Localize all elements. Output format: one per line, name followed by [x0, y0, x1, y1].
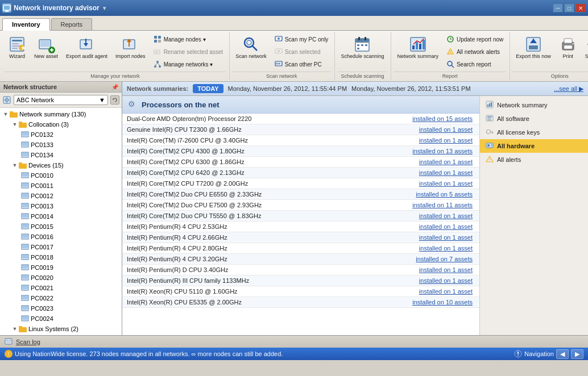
processor-assets-link[interactable]: installed on 1 asset [361, 211, 479, 222]
rename-asset-button[interactable]: Rename selected asset [150, 45, 226, 58]
ribbon-buttons-manage: ★ Wizard New asset Export audit agent [5, 33, 226, 70]
processor-assets-link[interactable]: installed on 1 asset [361, 286, 479, 297]
manage-networks-button[interactable]: Manage networks ▾ [150, 58, 226, 70]
tab-inventory[interactable]: Inventory [2, 18, 50, 31]
import-nodes-button[interactable]: Import nodes [112, 33, 149, 62]
processor-assets-link[interactable]: installed on 1 asset [361, 243, 479, 254]
tree-item-pc0011[interactable]: PC0011 [1, 181, 121, 191]
minimize-button[interactable]: ─ [553, 3, 563, 12]
maximize-button[interactable]: □ [564, 3, 574, 12]
scan-my-pc-button[interactable]: Scan my PC only [271, 33, 332, 45]
tab-reports[interactable]: Reports [51, 18, 93, 30]
processor-assets-link[interactable]: installed on 1 asset [361, 232, 479, 243]
tree-label-pc0016: PC0016 [31, 233, 53, 240]
svg-rect-97 [19, 162, 22, 165]
processor-assets-link[interactable]: installed on 10 assets [361, 297, 479, 308]
tree-item-collocation[interactable]: ▼ Collocation (3) [1, 119, 121, 129]
tree-item-pc0022[interactable]: PC0022 [1, 293, 121, 303]
scan-selected-icon [274, 47, 283, 56]
panel-pin-icon[interactable]: 📌 [111, 84, 118, 90]
scan-selected-button[interactable]: Scan selected [271, 45, 332, 58]
tree-item-pc0133[interactable]: PC0133 [1, 140, 121, 150]
scan-other-button[interactable]: Scan other PC [271, 58, 332, 70]
tree-item-pc0012[interactable]: PC0012 [1, 191, 121, 201]
title-dropdown-icon[interactable]: ▼ [102, 5, 107, 11]
processor-assets-link[interactable]: installed on 1 asset [361, 124, 479, 135]
processor-name: Intel(R) Core(TM) i7-2600 CPU @ 3.40GHz [122, 135, 361, 146]
tree-item-devices[interactable]: ▼ Devices (15) [1, 160, 121, 170]
tree-item-pc0023[interactable]: PC0023 [1, 303, 121, 314]
ribbon: ★ Wizard New asset Export audit agent [0, 31, 588, 82]
tree-item-pc0017[interactable]: PC0017 [1, 242, 121, 252]
network-refresh-button[interactable] [110, 95, 119, 105]
tree-item-pc0134[interactable]: PC0134 [1, 150, 121, 160]
export-now-button[interactable]: Export this now [512, 33, 554, 62]
print-button[interactable]: Print [556, 33, 581, 62]
new-asset-button[interactable]: New asset [31, 33, 61, 62]
tree-item-pc0018[interactable]: PC0018 [1, 252, 121, 262]
right-menu-all-hardware[interactable]: All hardware [480, 139, 588, 153]
today-badge[interactable]: TODAY [193, 84, 223, 93]
tree-item-pc0020[interactable]: PC0020 [1, 273, 121, 283]
pc0010-icon [20, 171, 30, 180]
pc0011-icon [20, 181, 30, 190]
processor-assets-link[interactable]: installed on 1 asset [361, 265, 479, 275]
processor-assets-link[interactable]: installed on 1 asset [361, 222, 479, 232]
tree-item-linux[interactable]: ▼ Linux Systems (2) [1, 324, 121, 334]
all-network-alerts-button[interactable]: All network alerts [443, 45, 506, 58]
right-menu-all-alerts[interactable]: All alerts [480, 153, 588, 166]
close-button[interactable]: ✕ [575, 3, 586, 12]
nav-forward-button[interactable]: ▶ [571, 349, 583, 359]
tree-item-pc0013[interactable]: PC0013 [1, 201, 121, 211]
export-audit-button[interactable]: Export audit agent [63, 33, 111, 62]
nav-back-button[interactable]: ◀ [556, 349, 569, 359]
tree-item-pc0014[interactable]: PC0014 [1, 211, 121, 222]
right-menu-all-license-keys[interactable]: All license keys [480, 126, 588, 139]
tree-item-pc0024[interactable]: PC0024 [1, 314, 121, 324]
schedule-scanning-button[interactable]: Schedule scanning [337, 33, 387, 62]
processor-assets-link[interactable]: installed on 7 assets [361, 254, 479, 265]
right-menu-network-summary[interactable]: Network summary [480, 98, 588, 112]
scan-log-label[interactable]: Scan log [16, 339, 40, 345]
processor-assets-link[interactable]: installed on 15 assets [361, 114, 479, 124]
section-gear-icon: ⚙ [128, 99, 138, 110]
tree-item-pc0132[interactable]: PC0132 [1, 129, 121, 140]
tree-item-network-summary[interactable]: ▼ Network summary (130) [1, 109, 121, 119]
processor-assets-link[interactable]: installed on 1 asset [361, 178, 479, 189]
tree-toggle-collocation[interactable]: ▼ [11, 121, 18, 128]
processor-name: Intel(R) Pentium(R) D CPU 3.40GHz [122, 265, 361, 275]
tree-toggle-devices[interactable]: ▼ [11, 162, 18, 169]
search-report-button[interactable]: Search report [443, 58, 506, 70]
manage-nodes-label: Manage nodes ▾ [164, 36, 206, 43]
svg-rect-47 [365, 37, 366, 40]
table-row: Intel(R) Xeon(R) CPU E5335 @ 2.00GHzinst… [122, 297, 479, 308]
network-summary-button[interactable]: Network summary [394, 33, 442, 62]
see-all-link[interactable]: ...see all ▶ [554, 85, 583, 93]
processor-assets-link[interactable]: installed on 1 asset [361, 157, 479, 168]
processor-assets-link[interactable]: installed on 13 assets [361, 146, 479, 157]
update-report-button[interactable]: Update report now [443, 33, 506, 45]
processor-assets-link[interactable]: installed on 1 asset [361, 168, 479, 178]
processor-assets-link[interactable]: installed on 11 assets [361, 200, 479, 211]
settings-button[interactable]: Settings [582, 33, 588, 62]
tree-item-pc0015[interactable]: PC0015 [1, 222, 121, 232]
tree-toggle[interactable]: ▼ [2, 111, 9, 118]
tree-area[interactable]: ▼ Network summary (130) ▼ Collocation (3… [0, 108, 122, 335]
network-dropdown[interactable]: ABC Network ▼ [14, 95, 108, 105]
processor-assets-link[interactable]: installed on 1 asset [361, 135, 479, 146]
tree-item-pc0016[interactable]: PC0016 [1, 232, 121, 242]
svg-rect-25 [158, 40, 161, 43]
schedule-scanning-icon [353, 35, 371, 53]
tree-item-pc0019[interactable]: PC0019 [1, 262, 121, 273]
wizard-button[interactable]: ★ Wizard [5, 33, 30, 62]
processor-assets-link[interactable]: installed on 5 assets [361, 189, 479, 200]
tree-item-pc0021[interactable]: PC0021 [1, 283, 121, 293]
network-summary-folder-icon [9, 110, 18, 119]
manage-nodes-button[interactable]: Manage nodes ▾ [150, 33, 226, 45]
processor-assets-link[interactable]: installed on 1 asset [361, 275, 479, 286]
tree-toggle-linux[interactable]: ▼ [11, 325, 18, 332]
scan-network-button[interactable]: Scan network [232, 33, 270, 62]
right-menu-all-software[interactable]: All software [480, 112, 588, 126]
settings-icon [585, 35, 588, 53]
tree-item-pc0010[interactable]: PC0010 [1, 170, 121, 181]
